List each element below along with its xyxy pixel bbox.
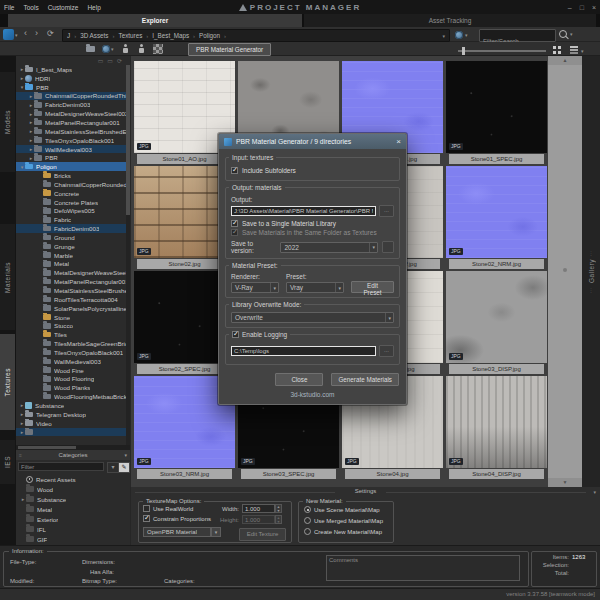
radio-icon[interactable]: [304, 528, 311, 535]
chevron-down-icon[interactable]: ▾: [211, 527, 221, 537]
tree-item[interactable]: ▸PBR: [16, 153, 126, 162]
checkbox-icon[interactable]: [143, 505, 150, 512]
radio-icon[interactable]: [304, 517, 311, 524]
material-type-dropdown[interactable]: OpenPBR Material: [143, 527, 211, 537]
tree-item[interactable]: Ground: [16, 233, 126, 242]
category-item[interactable]: ▸Substance: [16, 494, 130, 504]
forward-icon[interactable]: ›: [35, 28, 38, 38]
tree-item[interactable]: ▸ChainmailCopperRoundedThin0: [16, 92, 126, 101]
tree-item[interactable]: MetalPanelRectangular001: [16, 277, 126, 286]
folder-icon[interactable]: [86, 46, 95, 52]
overwrite-mode-dropdown[interactable]: Overwrite ▾: [231, 312, 394, 323]
tree-item[interactable]: Grunge: [16, 242, 126, 251]
tree-item[interactable]: ▸HDRI: [16, 74, 126, 83]
tree-item[interactable]: Concrete Plates: [16, 198, 126, 207]
tree-item[interactable]: Wood Planks: [16, 383, 126, 392]
refresh-icon[interactable]: ⟳: [47, 29, 54, 38]
category-item[interactable]: GIF: [16, 534, 130, 544]
chevron-down-icon[interactable]: ▾: [581, 48, 584, 54]
collapse-icon[interactable]: ▾: [593, 489, 596, 495]
constrain-proportions-checkbox[interactable]: Constrain Proportions: [143, 515, 211, 522]
scrollbar-grip[interactable]: [563, 268, 567, 272]
maximize-icon[interactable]: □: [580, 4, 584, 11]
side-tab-materials[interactable]: Materials: [0, 224, 15, 330]
app-menu-icon[interactable]: [3, 29, 14, 40]
checkbox-icon[interactable]: [232, 331, 239, 338]
tree-item[interactable]: ▸: [16, 428, 126, 437]
tree-item[interactable]: ▸MetalStainlessSteelBrushedElon: [16, 127, 126, 136]
breadcrumb-item[interactable]: 3D Assets: [80, 32, 108, 39]
scan-folders-button[interactable]: ▾: [455, 29, 476, 40]
edit-preset-button[interactable]: Edit Preset: [351, 281, 394, 293]
chevron-down-icon[interactable]: ▾: [15, 32, 18, 38]
tree-item[interactable]: RoofTilesTerracotta004: [16, 295, 126, 304]
tree-item[interactable]: ▸TilesOnyxOpaloBlack001: [16, 136, 126, 145]
edit-categories-icon[interactable]: ✎: [118, 462, 130, 473]
tree-item[interactable]: SolarPanelsPolycrystallineTypeB: [16, 304, 126, 313]
tree-item[interactable]: Bricks: [16, 171, 126, 180]
output-path-input[interactable]: [231, 206, 376, 216]
tree-item[interactable]: ▸Substance: [16, 401, 126, 410]
tree-item[interactable]: Marble: [16, 251, 126, 260]
height-input[interactable]: [242, 515, 275, 524]
sort-icon[interactable]: [570, 46, 578, 48]
checkbox-icon[interactable]: [231, 220, 238, 227]
texture-thumbnail[interactable]: JPGStone03_DISP.jpg: [446, 271, 547, 376]
tree-item[interactable]: Wood Fine: [16, 366, 126, 375]
tree-item[interactable]: Concrete: [16, 189, 126, 198]
breadcrumb-item[interactable]: Textures: [119, 32, 143, 39]
browse-button[interactable]: ...: [379, 205, 394, 217]
log-path-input[interactable]: [231, 346, 376, 356]
tree-item[interactable]: Stone: [16, 313, 126, 322]
tree-item[interactable]: FabricDenim003: [16, 224, 126, 233]
tree-item[interactable]: ChainmailCopperRoundedThin0: [16, 180, 126, 189]
breadcrumb[interactable]: J›3D Assets›Textures›I_Best_Maps›Poligon…: [62, 29, 450, 42]
tab-asset-tracking[interactable]: Asset Tracking: [304, 14, 596, 27]
version-info-button[interactable]: [382, 241, 394, 253]
thumbnail-size-slider[interactable]: [458, 50, 546, 52]
tree-item[interactable]: MetalStainlessSteelBrushedElon: [16, 286, 126, 295]
tree-item[interactable]: ▾PBR: [16, 83, 126, 92]
side-tab-models[interactable]: Models: [0, 72, 15, 172]
pbr-material-generator-button[interactable]: PBR Material Generator: [188, 43, 271, 56]
tree-item[interactable]: Tiles: [16, 330, 126, 339]
breadcrumb-item[interactable]: Poligon: [199, 32, 220, 39]
save-single-library-checkbox[interactable]: Save to a Single Material Library: [231, 220, 394, 227]
filter-input[interactable]: [18, 462, 104, 471]
preset-dropdown[interactable]: Vray ▾: [286, 282, 344, 293]
tree-item[interactable]: ▸MetalPanelRectangular001: [16, 118, 126, 127]
tree-toolbar-icon[interactable]: ▭: [98, 57, 104, 64]
tree-item[interactable]: ▸MetalDesignerWeaveSteel002: [16, 109, 126, 118]
tree-item[interactable]: ▸WallMedieval003: [16, 145, 126, 154]
menu-tools[interactable]: Tools: [23, 4, 38, 11]
gallery-panel-tab[interactable]: ⋮ Gallery ⋮: [582, 56, 600, 487]
spinner-icon[interactable]: ▲▼: [275, 504, 282, 513]
side-tab-ies[interactable]: IES: [0, 440, 15, 484]
use-merged-material-radio[interactable]: Use Merged Material\Map: [304, 517, 383, 524]
create-material-icon[interactable]: [121, 44, 130, 54]
checker-map-icon[interactable]: [153, 44, 163, 54]
create-new-material-radio[interactable]: Create New Material\Map: [304, 528, 382, 535]
minimize-icon[interactable]: –: [568, 4, 572, 11]
close-icon[interactable]: ×: [592, 4, 596, 11]
comments-input[interactable]: [326, 555, 520, 581]
renderer-dropdown[interactable]: V-Ray ▾: [231, 282, 279, 293]
texture-thumbnail[interactable]: JPGStone04_DISP.jpg: [446, 376, 547, 481]
website-link[interactable]: 3d-kstudio.com: [225, 391, 400, 398]
menu-help[interactable]: Help: [87, 4, 100, 11]
tree-item[interactable]: DefoWipes005: [16, 207, 126, 216]
browse-button[interactable]: ...: [379, 345, 394, 357]
dialog-titlebar[interactable]: PBR Material Generator / 9 directories ×: [219, 134, 406, 149]
category-item[interactable]: Recent Assets: [16, 474, 130, 484]
texture-thumbnail[interactable]: JPGStone01_SPEC.jpg: [446, 61, 547, 166]
grid-view-icon[interactable]: [553, 46, 556, 49]
tree-item[interactable]: ▸I_Best_Maps: [16, 65, 126, 74]
tree-item[interactable]: WallMedieval003: [16, 357, 126, 366]
tree-refresh-icon[interactable]: ⟳: [117, 57, 122, 64]
breadcrumb-item[interactable]: J: [67, 32, 70, 39]
back-icon[interactable]: ‹: [24, 28, 27, 38]
tree-item[interactable]: TilesOnyxOpaloBlack001: [16, 348, 126, 357]
material-from-texture-icon[interactable]: [137, 44, 146, 54]
tree-item[interactable]: ▾Poligon: [16, 162, 126, 171]
side-tab-textures[interactable]: Textures: [0, 334, 15, 430]
